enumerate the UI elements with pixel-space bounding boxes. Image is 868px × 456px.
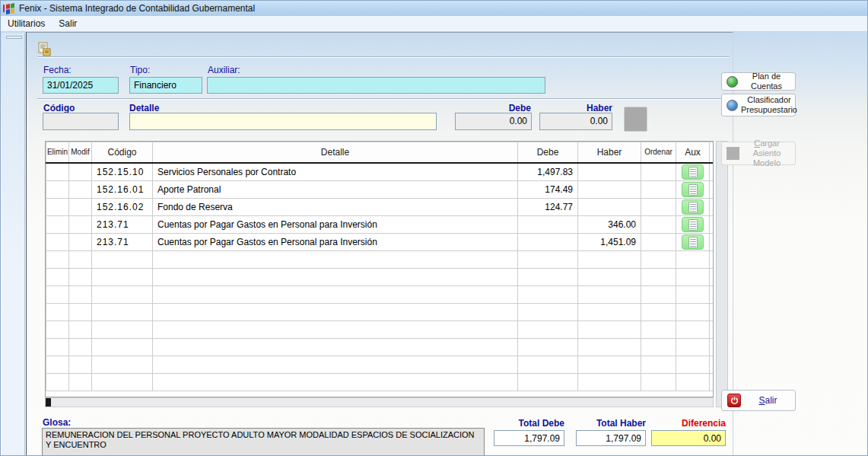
col-elimin[interactable]: Elimin bbox=[46, 142, 69, 163]
document-icon bbox=[688, 202, 698, 213]
entry-action-button[interactable] bbox=[624, 107, 647, 132]
aux-button[interactable] bbox=[682, 182, 704, 197]
auxiliar-label: Auxiliar: bbox=[208, 65, 240, 75]
col-codigo[interactable]: Código bbox=[92, 142, 153, 163]
title-bar: Fenix - Sistema Integrado de Contabilida… bbox=[1, 1, 868, 16]
fecha-input[interactable]: 31/01/2025 bbox=[43, 77, 119, 94]
detalle-label: Detalle bbox=[129, 103, 159, 113]
diferencia-label: Diferencia bbox=[651, 418, 726, 429]
green-sphere-icon bbox=[727, 76, 738, 88]
document-icon bbox=[688, 237, 698, 248]
table-empty-row[interactable] bbox=[46, 250, 714, 268]
document-icon bbox=[688, 219, 698, 231]
debe-label: Debe bbox=[455, 103, 531, 113]
haber-label: Haber bbox=[539, 103, 612, 113]
table-empty-row[interactable] bbox=[46, 268, 714, 285]
glosa-textarea[interactable]: REMUNERACION DEL PERSONAL PROYECTO ADULT… bbox=[42, 428, 485, 456]
detalle-input[interactable] bbox=[129, 113, 437, 130]
col-detalle[interactable]: Detalle bbox=[153, 142, 518, 163]
document-icon bbox=[688, 184, 698, 196]
copy-document-icon[interactable] bbox=[37, 42, 52, 57]
menu-utilitarios[interactable]: Utilitarios bbox=[1, 17, 52, 30]
col-modif[interactable]: Modif bbox=[69, 142, 92, 163]
col-haber[interactable]: Haber bbox=[578, 142, 641, 163]
salir-label: Salir bbox=[744, 396, 795, 406]
col-spacer bbox=[710, 142, 714, 163]
entries-grid: Elimin Modif Código Detalle Debe Haber O… bbox=[45, 141, 714, 397]
document-icon bbox=[688, 167, 698, 178]
diferencia-value: 0.00 bbox=[651, 430, 726, 446]
table-row[interactable]: 152.16.01 Aporte Patronal 174.49 bbox=[46, 180, 714, 198]
haber-input[interactable]: 0.00 bbox=[539, 113, 612, 130]
col-debe[interactable]: Debe bbox=[518, 142, 578, 163]
aux-button[interactable] bbox=[682, 199, 704, 215]
aux-button[interactable] bbox=[682, 164, 704, 180]
codigo-input[interactable] bbox=[43, 113, 119, 130]
cargar-asiento-label: Cargar AsientoModelo bbox=[742, 139, 795, 168]
app-icon bbox=[3, 3, 15, 14]
total-debe-label: Total Debe bbox=[494, 418, 564, 429]
debe-input[interactable]: 0.00 bbox=[455, 113, 532, 130]
aux-button[interactable] bbox=[682, 234, 704, 250]
power-icon bbox=[727, 394, 741, 407]
table-empty-row[interactable] bbox=[46, 338, 714, 356]
col-aux[interactable]: Aux bbox=[676, 142, 710, 163]
table-row[interactable]: 152.16.02 Fondo de Reserva 124.77 bbox=[46, 198, 714, 215]
main-panel: Fecha: Tipo: Auxiliar: 31/01/2025 Financ… bbox=[26, 32, 733, 456]
table-empty-row[interactable] bbox=[46, 285, 714, 303]
section-separator bbox=[37, 98, 730, 100]
fecha-label: Fecha: bbox=[43, 65, 72, 75]
clasificador-label: ClasificadorPresupuestario bbox=[741, 95, 800, 115]
grid-header-row: Elimin Modif Código Detalle Debe Haber O… bbox=[46, 142, 714, 163]
table-empty-row[interactable] bbox=[46, 303, 714, 320]
codigo-label: Código bbox=[43, 103, 75, 113]
total-haber-value: 1,797.09 bbox=[576, 430, 646, 446]
glosa-label: Glosa: bbox=[43, 417, 71, 428]
table-row[interactable]: 152.15.10 Servicios Personales por Contr… bbox=[46, 163, 714, 181]
tipo-label: Tipo: bbox=[130, 65, 150, 75]
total-haber-label: Total Haber bbox=[576, 418, 646, 429]
app-window: Fenix - Sistema Integrado de Contabilida… bbox=[0, 0, 868, 456]
aux-button[interactable] bbox=[682, 217, 704, 232]
scrollbar-thumb[interactable] bbox=[46, 398, 51, 407]
plan-de-cuentas-label: Plan de Cuentas bbox=[741, 72, 795, 91]
clasificador-presupuestario-button[interactable]: ClasificadorPresupuestario bbox=[721, 94, 796, 116]
window-title: Fenix - Sistema Integrado de Contabilida… bbox=[19, 3, 255, 14]
table-empty-row[interactable] bbox=[46, 320, 714, 338]
table-row[interactable]: 213.71 Cuentas por Pagar Gastos en Perso… bbox=[46, 215, 714, 233]
total-debe-value: 1,797.09 bbox=[494, 430, 564, 446]
left-panel-strip bbox=[2, 33, 25, 456]
table-empty-row[interactable] bbox=[46, 373, 714, 391]
gray-square-icon bbox=[727, 147, 739, 160]
plan-de-cuentas-button[interactable]: Plan de Cuentas bbox=[721, 72, 796, 91]
content-area: Fecha: Tipo: Auxiliar: 31/01/2025 Financ… bbox=[1, 32, 868, 456]
menu-salir[interactable]: Salir bbox=[52, 17, 84, 30]
salir-button[interactable]: Salir bbox=[721, 390, 796, 411]
auxiliar-input[interactable] bbox=[207, 77, 545, 94]
col-ordenar[interactable]: Ordenar bbox=[641, 142, 676, 163]
table-row[interactable]: 213.71 Cuentas por Pagar Gastos en Perso… bbox=[46, 233, 714, 250]
cargar-asiento-modelo-button[interactable]: Cargar AsientoModelo bbox=[721, 142, 796, 165]
menu-bar: Utilitarios Salir bbox=[1, 16, 868, 32]
horizontal-scrollbar[interactable] bbox=[45, 397, 714, 407]
splitter-grip[interactable] bbox=[6, 36, 22, 39]
groupbox-top-border bbox=[37, 56, 730, 58]
blue-sphere-icon bbox=[727, 100, 738, 111]
vertical-scrollbar[interactable] bbox=[716, 141, 728, 407]
table-empty-row[interactable] bbox=[46, 356, 714, 373]
tipo-input[interactable]: Financiero bbox=[129, 77, 202, 94]
